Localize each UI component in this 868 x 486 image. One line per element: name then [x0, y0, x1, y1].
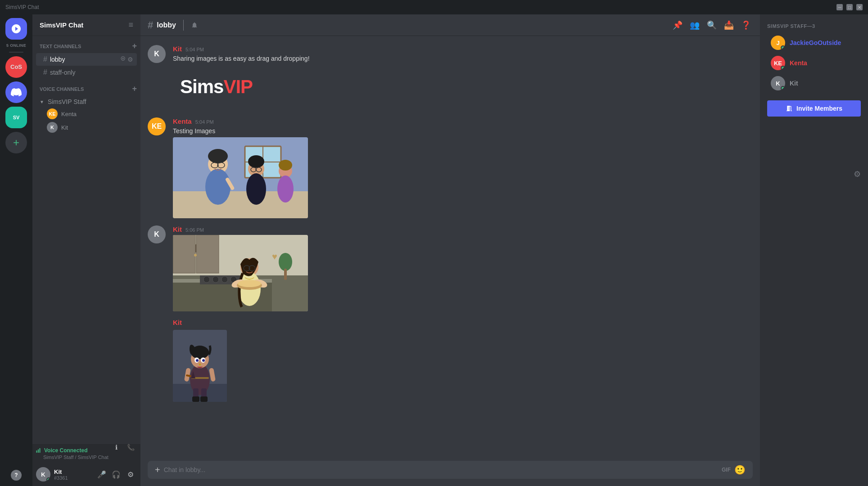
sims-logo-text: SimsVIP	[180, 76, 253, 98]
message-group-3: K Kit 5:06 PM	[140, 224, 760, 313]
msg-avatar-kenta: KE	[148, 117, 166, 135]
channel-item-lobby[interactable]: # lobby ⚙	[36, 53, 137, 66]
voice-phone-button[interactable]: 📞	[124, 441, 137, 454]
jackie-avatar: J	[771, 36, 785, 50]
svg-point-32	[212, 276, 219, 283]
svg-text:♥: ♥	[272, 252, 277, 261]
msg-author-kit: Kit	[173, 45, 182, 53]
expand-chevron-icon: ▼	[40, 99, 44, 104]
search-button[interactable]: 🔍	[705, 18, 719, 32]
svg-rect-0	[36, 450, 37, 453]
online-count-label: 5 ONLINE	[5, 43, 27, 48]
inbox-button[interactable]: 📥	[722, 18, 736, 32]
msg-header-1: Kit 5:04 PM	[173, 45, 753, 53]
svg-point-64	[202, 359, 205, 362]
add-voice-channel-button[interactable]: +	[132, 84, 137, 94]
server-item-simsvip[interactable]: SV	[5, 107, 27, 128]
maximize-button[interactable]: □	[846, 4, 853, 10]
user-controls: 🎤 🎧 ⚙	[95, 468, 137, 481]
invite-label: Invite Members	[796, 105, 842, 112]
channel-lobby-name: lobby	[50, 56, 65, 63]
settings-button[interactable]: ⚙	[124, 468, 137, 481]
msg-timestamp-3: 5:06 PM	[185, 227, 204, 233]
svg-point-23	[277, 176, 294, 202]
svg-line-65	[194, 357, 199, 357]
text-channels-section[interactable]: TEXT CHANNELS +	[32, 40, 140, 53]
member-item-jackie[interactable]: J JackieGoOutside	[764, 33, 864, 53]
voice-bar-row: Voice Connected SimsVIP Staff / SimsVIP …	[36, 447, 137, 460]
msg-content-1: Kit 5:04 PM Sharing images is as easy as…	[173, 45, 753, 110]
chat-input[interactable]	[164, 461, 718, 478]
simsvip-logo-image: SimsVIP	[173, 63, 753, 110]
kenta-voice-avatar: KE	[47, 108, 58, 119]
server-item-cos[interactable]: CoS	[5, 56, 27, 78]
invite-icon	[786, 105, 793, 112]
headphone-button[interactable]: 🎧	[110, 468, 122, 481]
add-text-channel-button[interactable]: +	[132, 41, 137, 51]
msg-author-kit-cont: Kit	[173, 319, 753, 326]
members-section-label: SIMSVIP STAFF—3	[767, 23, 815, 29]
current-user-tag: #3361	[54, 475, 92, 481]
emoji-button[interactable]: 🙂	[734, 461, 746, 479]
hash-icon: #	[43, 55, 47, 63]
svg-point-10	[205, 169, 231, 205]
channel-list-body: TEXT CHANNELS + # lobby ⚙ # staff-only	[32, 36, 140, 444]
voice-bar-info: Voice Connected SimsVIP Staff / SimsVIP …	[36, 447, 108, 460]
server-item-discord[interactable]	[5, 81, 27, 103]
msg-timestamp-1: 5:04 PM	[185, 47, 204, 52]
titlebar: SimsVIP Chat ─ □ ✕	[0, 0, 868, 14]
help-button[interactable]: ?	[11, 470, 22, 481]
mic-button[interactable]: 🎤	[95, 468, 108, 481]
kenta-avatar: KE	[771, 56, 785, 70]
svg-point-55	[190, 364, 210, 395]
svg-point-67	[199, 364, 201, 365]
sims-text: Sims	[180, 76, 223, 97]
svg-point-17	[246, 173, 266, 205]
voice-channels-section[interactable]: VOICE CHANNELS +	[32, 82, 140, 95]
kit-avatar: K	[771, 76, 785, 90]
signal-icon	[36, 448, 41, 453]
pin-button[interactable]: 📌	[671, 18, 684, 32]
msg-author-kenta: Kenta	[173, 117, 192, 125]
settings-icon[interactable]: ⚙	[127, 56, 133, 63]
voice-channel-simsvip-staff[interactable]: ▼ SimsVIP Staff	[36, 96, 137, 107]
member-item-kit[interactable]: K Kit	[764, 73, 864, 93]
msg-avatar-kit-2: K	[148, 225, 166, 243]
minimize-button[interactable]: ─	[836, 4, 843, 10]
svg-point-33	[222, 276, 228, 283]
msg-content-3: Kit 5:06 PM	[173, 225, 753, 311]
voice-info-button[interactable]: ℹ	[110, 441, 122, 454]
svg-rect-39	[284, 269, 287, 280]
voice-channel-users: KE Kenta K Kit	[36, 107, 137, 134]
add-server-button[interactable]: +	[5, 132, 27, 153]
chat-input-area: + GIF 🙂	[140, 461, 760, 486]
user-info: Kit #3361	[54, 468, 92, 481]
sims-screenshot-2: ♥	[173, 235, 308, 311]
voice-user-kit[interactable]: K Kit	[43, 121, 137, 134]
titlebar-controls: ─ □ ✕	[836, 4, 863, 10]
message-group-2: KE Kenta 5:04 PM Testing Images	[140, 116, 760, 220]
member-item-kenta[interactable]: KE Kenta	[764, 53, 864, 73]
voice-server-text: SimsVIP Staff / SimsVIP Chat	[36, 454, 108, 460]
channel-list: SimsVIP Chat ≡ TEXT CHANNELS + # lobby ⚙	[32, 14, 140, 486]
svg-rect-72	[200, 396, 208, 402]
members-list: SIMSVIP STAFF—3 J JackieGoOutside KE Ken…	[760, 14, 868, 486]
notification-bell-icon	[191, 22, 198, 29]
members-settings-icon[interactable]: ⚙	[854, 169, 861, 179]
upload-button[interactable]: +	[155, 461, 160, 479]
server-list: 5 ONLINE CoS SV + ?	[0, 14, 32, 486]
gif-button[interactable]: GIF	[722, 463, 731, 477]
message-group-1: K Kit 5:04 PM Sharing images is as easy …	[140, 43, 760, 112]
channel-list-header[interactable]: SimsVIP Chat ≡	[32, 14, 140, 36]
invite-members-button[interactable]: Invite Members	[767, 100, 861, 117]
help-chat-button[interactable]: ❓	[739, 18, 753, 32]
jackie-name: JackieGoOutside	[790, 39, 841, 46]
invite-icon[interactable]	[119, 56, 126, 63]
members-button[interactable]: 👥	[688, 18, 701, 32]
hamburger-icon[interactable]: ≡	[128, 20, 133, 30]
channel-item-staff-only[interactable]: # staff-only	[36, 66, 137, 79]
server-item-direct[interactable]	[5, 18, 27, 40]
kit-name: Kit	[790, 80, 798, 87]
close-button[interactable]: ✕	[856, 4, 863, 10]
voice-user-kenta[interactable]: KE Kenta	[43, 107, 137, 121]
